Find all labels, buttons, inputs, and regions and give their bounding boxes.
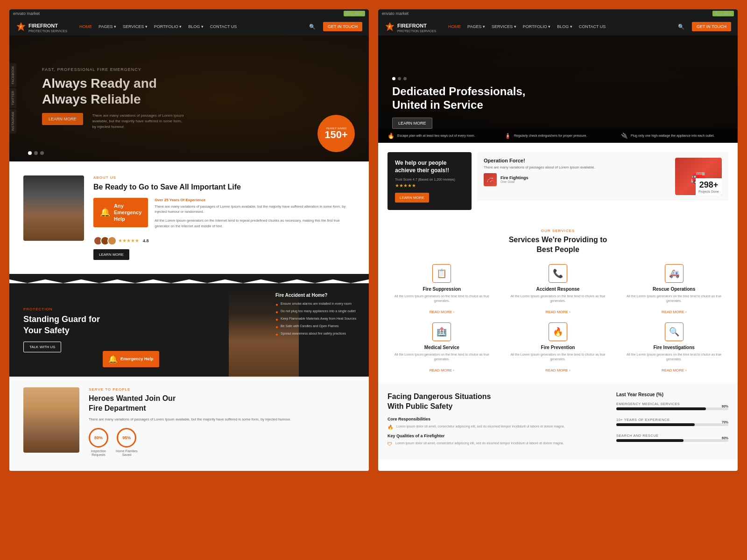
hero-body: LEARN MORE There are many variations of … [42, 113, 350, 130]
medical-read-more[interactable]: READ MORE › [430, 368, 454, 372]
rescue-operations-read-more[interactable]: READ MORE › [662, 310, 686, 314]
trust-score-label: Trust Score 4.7 (Based on 1,200 reviews) [395, 178, 464, 181]
badge-text: Emergency Help [120, 357, 154, 361]
nav-pages[interactable]: PAGES ▾ [99, 24, 116, 29]
stat-label-1: InspectionRequests [89, 449, 108, 457]
right-nav-portfolio[interactable]: PORTFOLIO ▾ [523, 24, 550, 29]
hero-dot-3[interactable] [40, 151, 44, 155]
rescue-bar-fill-2 [616, 423, 695, 426]
about-learn-more-btn[interactable]: LEARN MORE [93, 249, 129, 260]
protection-title: Standing Guard for Your Safety [23, 314, 100, 336]
nav-blog[interactable]: BLOG ▾ [188, 24, 204, 29]
service-accident-response: 📞 Accident Response All the Lorem Ipsum … [504, 264, 613, 315]
social-facebook[interactable]: FACEBOOK [9, 63, 16, 87]
services-label: OUR SERVICES [388, 229, 728, 233]
safety-title: Facing Dangerous Situations With Public … [388, 392, 607, 412]
rating-stars: ★★★★★ [118, 238, 139, 243]
hero-cta-btn[interactable]: LEARN MORE [42, 113, 83, 125]
nav-home[interactable]: HOME [79, 24, 92, 29]
right-nav-pages[interactable]: PAGES ▾ [467, 24, 485, 29]
envato-bar: envato market Buy Now [9, 9, 369, 18]
right-dot-1[interactable] [392, 77, 395, 80]
right-nav-cta-btn[interactable]: GET IN TOUCH [692, 22, 731, 31]
fire-suppression-read-more[interactable]: READ MORE › [430, 310, 454, 314]
service-fire-prevention: 🔥 Fire Prevention All the Lorem Ipsum ge… [504, 322, 613, 373]
tip-text-1: Ensure smoke alarms are installed in eve… [281, 301, 352, 306]
svg-text:F: F [389, 25, 391, 28]
hero-dot-1[interactable] [28, 151, 32, 155]
nav-services[interactable]: SERVICES ▾ [123, 24, 148, 29]
rescue-bar-track-1 [616, 407, 728, 410]
rescue-bar-fill-1 [616, 407, 706, 410]
fire-tip-2: ● Do not plug too many appliances into a… [275, 309, 359, 315]
quality-icon: 🛡 [388, 441, 392, 447]
wave-divider [9, 274, 369, 283]
social-twitter[interactable]: TWITTER [9, 88, 16, 108]
op-light-desc: There are many variations of passages ab… [484, 165, 670, 170]
nav-cta-btn[interactable]: GET IN TOUCH [323, 22, 362, 31]
fire-prevention-read-more[interactable]: READ MORE › [545, 368, 570, 372]
social-instagram[interactable]: INSTAGRAM [9, 109, 16, 133]
rescue-bar-label-2: 10+ YEARS OF EXPERIENCE [616, 418, 728, 422]
right-nav-blog[interactable]: BLOG ▾ [557, 24, 572, 29]
fire-suppression-desc: All the Lorem Ipsum generators on the ti… [388, 294, 496, 304]
hero-section: FACEBOOK TWITTER INSTAGRAM FAST, PROFESS… [9, 35, 369, 161]
hero-stat: YEARLY SAVED 150+ [317, 115, 355, 152]
tip-dot-4: ● [275, 324, 278, 329]
right-nav-home[interactable]: HOME [448, 24, 461, 29]
service-fire-investigations: 🔍 Fire Investigations All the Lorem Ipsu… [620, 322, 728, 373]
stat-label-2: Home FamiliesSaved [116, 449, 138, 457]
emergency-help-badge: 🔔 Emergency Help [103, 351, 159, 367]
rescue-bar-pct-2: 70% [722, 420, 728, 424]
right-hero-cta[interactable]: LEARN MORE [392, 118, 432, 129]
right-dot-3[interactable] [403, 77, 407, 80]
hero-tip-3: 🔌 Plug only one high-wattage the applian… [621, 133, 728, 139]
rescue-title: Last Year Rescue (%) [616, 392, 728, 397]
right-envato-btn[interactable]: Buy Now [712, 11, 734, 16]
op-service-row: 🚒 Fire Fightings One Goal [484, 173, 670, 186]
right-navbar: F FIREFRONT PROTECTION SERVICES HOME PAG… [378, 18, 738, 35]
fire-investigations-read-more[interactable]: READ MORE › [662, 368, 686, 372]
right-brand-name: FIREFRONT [397, 23, 427, 28]
hero-tip-2: 🧯 Regularly check extinguishers for prop… [504, 133, 612, 139]
accident-response-desc: All the Lorem Ipsum generators on the ti… [504, 294, 613, 304]
fire-suppression-name: Fire Suppression [388, 287, 496, 292]
nav-portfolio[interactable]: PORTFOLIO ▾ [154, 24, 182, 29]
op-service-icon: 🚒 [484, 173, 497, 186]
talk-btn[interactable]: TALK WITH US [23, 342, 61, 352]
about-desc2: All the Lorem Ipsum generators on the In… [155, 218, 355, 229]
fire-tip-1: ● Ensure smoke alarms are installed in e… [275, 301, 359, 307]
medical-name: Medical Service [388, 345, 496, 350]
accident-response-read-more[interactable]: READ MORE › [545, 310, 570, 314]
emergency-text: Any Emergency Help [114, 203, 141, 223]
hero-dot-2[interactable] [34, 151, 38, 155]
right-nav-services[interactable]: SERVICES ▾ [492, 24, 516, 29]
brand: F FIREFRONT PROTECTION SERVICES [16, 21, 67, 33]
right-dot-2[interactable] [398, 77, 401, 80]
op-learn-btn[interactable]: LEARN MORE [395, 193, 429, 203]
protection-section: PROTECTION Standing Guard for Your Safet… [9, 283, 369, 377]
quality-desc: Lorem ipsum dolor sit amet, consectetur … [395, 441, 564, 446]
fire-prevention-desc: All the Lorem Ipsum generators on the ti… [504, 352, 613, 362]
op-light-header: Operation Force! There are many variatio… [477, 152, 728, 201]
right-search-icon[interactable]: 🔍 [678, 24, 684, 30]
tip-tip-3: Plug only one high-wattage the appliance… [631, 133, 714, 138]
fire-investigations-name: Fire Investigations [620, 345, 728, 350]
right-hero-title: Dedicated Professionals, United in Servi… [392, 85, 724, 112]
exp-desc: There are many variations of passages of… [155, 204, 355, 215]
badge-icon: 🔔 [108, 355, 118, 364]
envato-buy-btn[interactable]: Buy Now [344, 11, 365, 16]
rescue-bar-2: 10+ YEARS OF EXPERIENCE 70% [616, 418, 728, 426]
rescue-operations-desc: All the Lorem Ipsum generators on the ti… [620, 294, 728, 304]
svg-text:F: F [20, 25, 22, 28]
hero-title-line1: Always Ready and [42, 76, 157, 91]
right-nav-contact[interactable]: CONTACT US [579, 24, 606, 29]
search-icon[interactable]: 🔍 [309, 24, 316, 30]
nav-contact[interactable]: CONTACT US [210, 24, 237, 29]
rescue-bar-track-2 [616, 423, 728, 426]
recruit-desc: There are many variations of passages of… [89, 417, 355, 422]
fire-prevention-icon: 🔥 [549, 322, 567, 341]
op-light-content: Operation Force! There are many variatio… [484, 158, 670, 186]
tip-dot-5: ● [275, 332, 278, 337]
protection-label: PROTECTION [23, 307, 100, 311]
